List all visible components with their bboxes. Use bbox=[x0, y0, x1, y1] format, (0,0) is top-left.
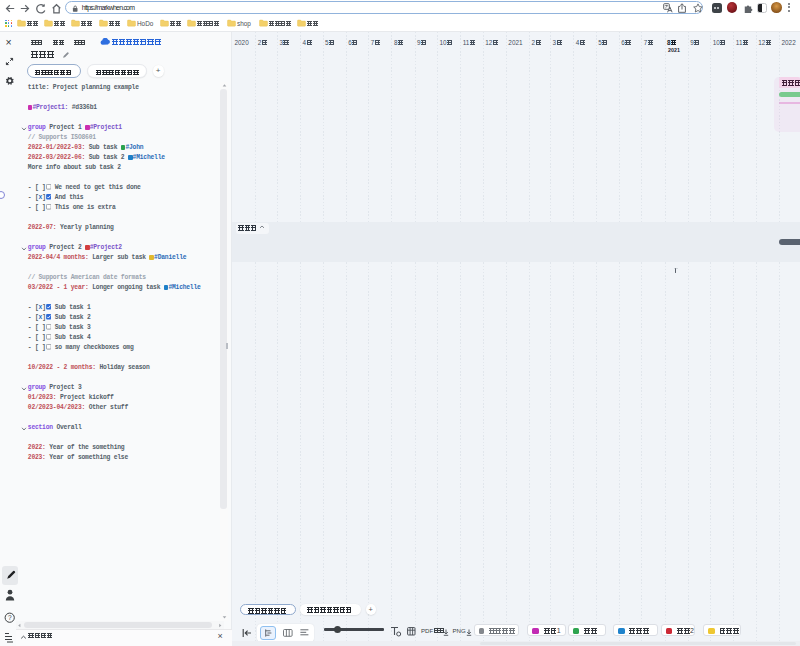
svg-text:?: ? bbox=[8, 614, 12, 621]
